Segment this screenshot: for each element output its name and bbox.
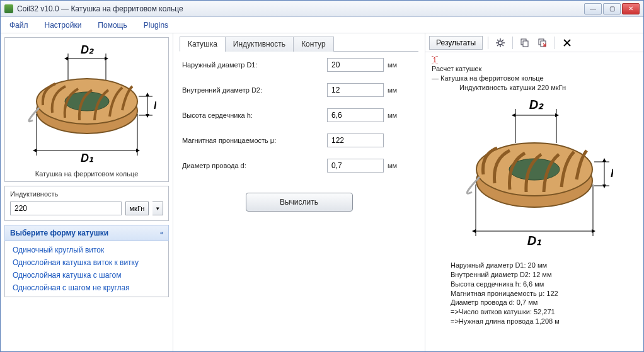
- calculate-button[interactable]: Вычислить: [246, 193, 353, 212]
- minimize-button[interactable]: —: [584, 3, 602, 14]
- menu-settings[interactable]: Настройки: [45, 21, 82, 30]
- label-h: h: [154, 100, 156, 111]
- unit-d2: мм: [388, 86, 404, 94]
- label-h: Высота сердечника h:: [182, 111, 327, 119]
- titlebar: Coil32 v10.0 — Катушка на ферритовом кол…: [1, 1, 643, 17]
- label-d: Диаметр провода d:: [182, 162, 327, 169]
- result-line: Магнитная проницаемость μ: 122: [432, 290, 637, 298]
- left-panel: D₂: [1, 33, 173, 351]
- image-caption: Катушка на ферритовом кольце: [35, 170, 139, 178]
- svg-text:h: h: [611, 167, 613, 179]
- right-panel: Результаты 1 Расчет катуше: [425, 33, 643, 351]
- label-d2: D₂: [81, 45, 94, 56]
- chooser-header[interactable]: Выберите форму катушки «: [4, 225, 169, 241]
- tab-inductance[interactable]: Индуктивность: [225, 37, 294, 52]
- menu-help[interactable]: Помощь: [98, 21, 127, 30]
- results-toolbar: Результаты: [425, 33, 643, 52]
- copy-icon[interactable]: [518, 36, 532, 50]
- app-window: Coil32 v10.0 — Катушка на ферритовом кол…: [0, 0, 644, 352]
- paste-icon[interactable]: [536, 36, 549, 50]
- window-buttons: — ▢ ✕: [584, 3, 640, 14]
- window-title: Coil32 v10.0 — Катушка на ферритовом кол…: [17, 4, 584, 13]
- coil-type-item[interactable]: Одиночный круглый виток: [5, 244, 168, 256]
- inductance-unit-dropdown[interactable]: ▼: [152, 202, 163, 215]
- toolbar-divider: [555, 37, 555, 49]
- center-panel: Катушка Индуктивность Контур Наружный ди…: [173, 33, 425, 351]
- label-d1: D₁: [81, 152, 93, 164]
- row-h: Высота сердечника h: мм: [182, 108, 416, 122]
- results-body: 1 Расчет катушек — Катушка на ферритовом…: [425, 52, 643, 351]
- close-button[interactable]: ✕: [622, 3, 640, 14]
- result-line: Наружный диаметр D1: 20 мм: [432, 261, 637, 270]
- input-h[interactable]: [327, 108, 384, 122]
- svg-text:D₁: D₁: [527, 234, 541, 247]
- result-line: Расчет катушек: [432, 65, 637, 74]
- app-icon: [4, 4, 13, 13]
- coil-type-chooser: Выберите форму катушки « Одиночный кругл…: [4, 225, 169, 297]
- results-button[interactable]: Результаты: [429, 36, 483, 50]
- label-mu: Магнитная проницаемость μ:: [182, 137, 327, 144]
- result-index: 1: [432, 56, 438, 64]
- row-d2: Внутренний диаметр D2: мм: [182, 83, 416, 97]
- coil-type-item[interactable]: Однослойная катушка виток к витку: [5, 256, 168, 269]
- coil-illustration: D₂: [9, 42, 164, 167]
- clear-icon[interactable]: [560, 36, 574, 50]
- client-area: D₂: [1, 33, 643, 351]
- row-d: Диаметр провода d: мм: [182, 159, 416, 173]
- result-illustration: D₂ D₁: [432, 93, 637, 256]
- input-d1[interactable]: [327, 58, 384, 72]
- unit-h: мм: [388, 111, 404, 119]
- coil-type-item[interactable]: Однослойная катушка с шагом: [5, 269, 168, 281]
- toolbar-divider: [512, 37, 513, 49]
- result-line: Внутренний диаметр D2: 12 мм: [432, 271, 637, 280]
- row-mu: Магнитная проницаемость μ:: [182, 133, 416, 147]
- result-line: =>Число витков катушки: 52,271: [432, 308, 637, 317]
- inductance-group: Индуктивность мкГн ▼: [4, 186, 169, 221]
- result-line: Индуктивность катушки 220 мкГн: [432, 84, 637, 93]
- maximize-button[interactable]: ▢: [603, 3, 621, 14]
- svg-line-17: [497, 40, 498, 41]
- result-output: Наружный диаметр D1: 20 мм Внутренний ди…: [432, 261, 637, 326]
- coil-type-item[interactable]: Однослойная с шагом не круглая: [5, 281, 168, 294]
- inductance-unit-button[interactable]: мкГн: [125, 202, 149, 215]
- input-d[interactable]: [327, 159, 384, 173]
- chevron-up-icon: «: [160, 230, 163, 236]
- result-line: Высота сердечника h: 6,6 мм: [432, 280, 637, 289]
- input-mu[interactable]: [327, 133, 384, 147]
- coil-type-list: Одиночный круглый виток Однослойная кату…: [4, 241, 169, 297]
- label-d1: Наружный диаметр D1:: [182, 61, 327, 69]
- result-line: =>Нужная длина провода 1,208 м: [432, 317, 637, 326]
- row-d1: Наружный диаметр D1: мм: [182, 58, 416, 72]
- svg-text:D₂: D₂: [529, 99, 544, 111]
- tab-contour[interactable]: Контур: [293, 37, 333, 52]
- inductance-input[interactable]: [10, 202, 122, 215]
- menu-plugins[interactable]: Plugins: [144, 21, 168, 30]
- label-d2: Внутренний диаметр D2:: [182, 86, 327, 94]
- unit-d: мм: [388, 162, 404, 169]
- inductance-label: Индуктивность: [10, 190, 163, 198]
- tabs: Катушка Индуктивность Контур: [180, 36, 418, 52]
- tab-coil[interactable]: Катушка: [180, 37, 226, 52]
- toolbar-divider: [488, 37, 488, 49]
- gear-icon[interactable]: [493, 36, 507, 50]
- result-line: Диаметр провода d: 0,7 мм: [432, 298, 637, 307]
- svg-line-19: [502, 40, 503, 41]
- input-form: Наружный диаметр D1: мм Внутренний диаме…: [180, 52, 418, 218]
- svg-rect-22: [523, 41, 528, 47]
- unit-d1: мм: [388, 61, 404, 69]
- input-d2[interactable]: [327, 83, 384, 97]
- coil-image-box: D₂: [4, 37, 169, 182]
- svg-line-20: [497, 45, 498, 46]
- chooser-title: Выберите форму катушки: [10, 229, 108, 237]
- menu-file[interactable]: Файл: [9, 21, 28, 30]
- menubar: Файл Настройки Помощь Plugins: [1, 17, 643, 33]
- svg-point-12: [498, 41, 502, 45]
- result-line: — Катушка на ферритовом кольце: [432, 74, 637, 83]
- svg-line-18: [502, 45, 503, 46]
